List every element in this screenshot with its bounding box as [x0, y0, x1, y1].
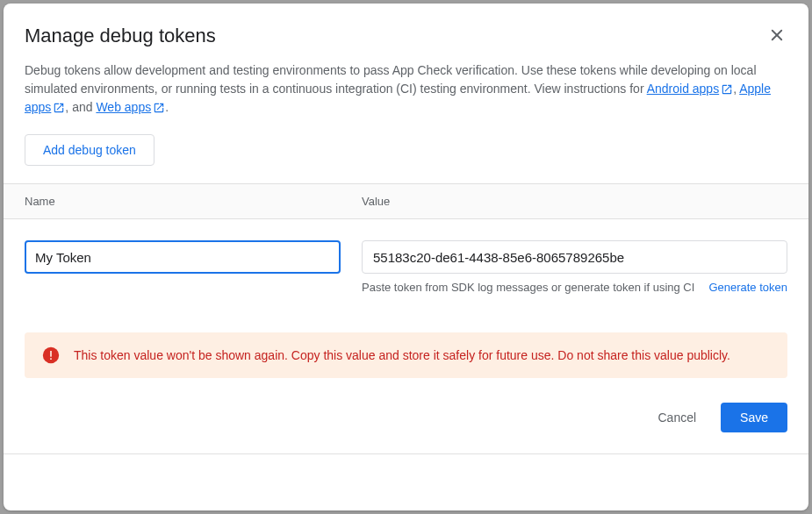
table-header: Name Value [4, 183, 808, 219]
dialog-actions: Cancel Save [4, 378, 808, 454]
cancel-button[interactable]: Cancel [643, 403, 710, 432]
error-icon [42, 346, 60, 364]
dialog-title: Manage debug tokens [25, 25, 787, 47]
warning-banner: This token value won't be shown again. C… [25, 332, 787, 378]
close-button[interactable] [766, 25, 787, 46]
manage-debug-tokens-dialog: Manage debug tokens Debug tokens allow d… [4, 4, 808, 510]
warning-text: This token value won't be shown again. C… [74, 348, 730, 362]
token-value-input[interactable] [362, 240, 787, 274]
add-debug-token-button[interactable]: Add debug token [25, 134, 154, 166]
token-row: Paste token from SDK log messages or gen… [25, 240, 787, 294]
external-link-icon [721, 83, 733, 96]
close-icon [769, 27, 785, 43]
token-name-input[interactable] [25, 240, 341, 274]
save-button[interactable]: Save [721, 403, 787, 432]
generate-token-button[interactable]: Generate token [708, 281, 787, 294]
column-header-name: Name [25, 184, 362, 218]
column-header-value: Value [362, 184, 787, 218]
external-link-icon [153, 102, 165, 114]
hint-text: Paste token from SDK log messages or gen… [362, 281, 694, 294]
web-apps-link[interactable]: Web apps [96, 100, 165, 114]
hint-row: Paste token from SDK log messages or gen… [362, 281, 787, 294]
value-column: Paste token from SDK log messages or gen… [362, 240, 787, 294]
android-apps-link[interactable]: Android apps [647, 82, 734, 96]
dialog-description: Debug tokens allow development and testi… [25, 61, 787, 117]
table-body: Paste token from SDK log messages or gen… [4, 219, 808, 315]
svg-rect-4 [50, 358, 52, 360]
dialog-header: Manage debug tokens Debug tokens allow d… [4, 4, 808, 183]
svg-rect-3 [50, 351, 52, 357]
external-link-icon [53, 102, 65, 114]
